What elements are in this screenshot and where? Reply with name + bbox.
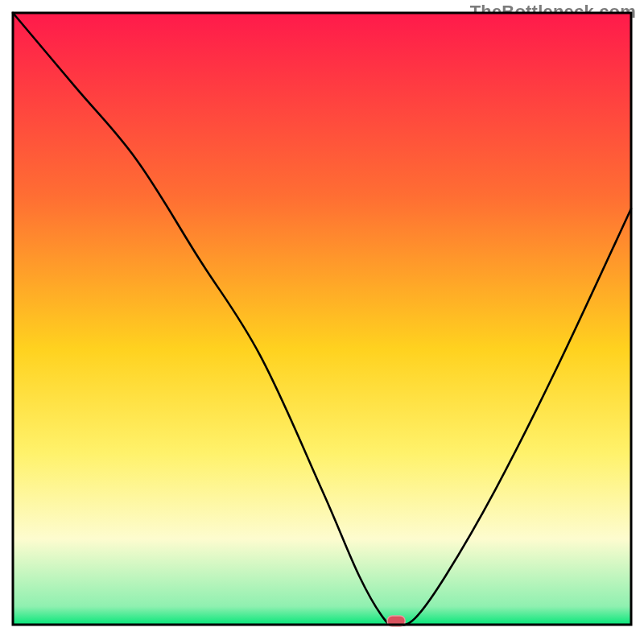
chart-stage: TheBottleneck.com [0, 0, 644, 644]
gradient-fill [13, 13, 631, 625]
bottleneck-chart [0, 0, 644, 644]
